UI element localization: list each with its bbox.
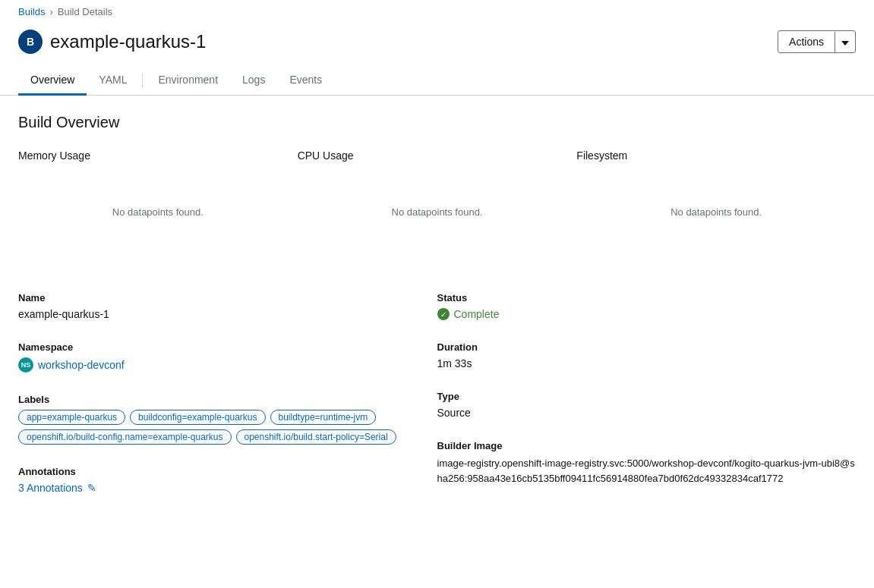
page-header: B example-quarkus-1 Actions	[0, 24, 874, 66]
cpu-no-data: No datapoints found.	[298, 174, 577, 250]
namespace-value[interactable]: workshop-devconf	[38, 359, 125, 371]
duration-section: Duration 1m 33s	[437, 341, 857, 369]
chevron-down-icon	[841, 41, 849, 46]
duration-value: 1m 33s	[437, 357, 857, 369]
main-content: Build Overview Memory Usage No datapoint…	[0, 96, 874, 533]
tab-logs[interactable]: Logs	[230, 66, 277, 96]
info-grid: Name example-quarkus-1 Namespace NS work…	[18, 292, 856, 515]
section-title: Build Overview	[18, 114, 856, 131]
namespace-icon: NS	[18, 357, 33, 373]
annotations-value: 3 Annotations	[18, 482, 83, 494]
info-col-left: Name example-quarkus-1 Namespace NS work…	[18, 292, 437, 515]
type-label: Type	[437, 391, 857, 402]
cpu-usage-panel: CPU Usage No datapoints found.	[298, 149, 577, 268]
namespace-badge: NS workshop-devconf	[18, 357, 125, 373]
status-check-icon: ✓	[437, 308, 450, 320]
filesystem-no-data: No datapoints found.	[576, 174, 856, 250]
status-section: Status ✓ Complete	[437, 292, 857, 320]
build-icon: B	[18, 30, 43, 54]
breadcrumb-builds-link[interactable]: Builds	[18, 6, 45, 17]
labels-list: app=example-quarkusbuildconfig=example-q…	[18, 410, 437, 445]
actions-main-button[interactable]: Actions	[778, 31, 835, 52]
metrics-grid: Memory Usage No datapoints found. CPU Us…	[18, 149, 856, 268]
annotations-label: Annotations	[18, 466, 437, 477]
memory-usage-title: Memory Usage	[18, 149, 298, 162]
edit-icon: ✎	[87, 482, 96, 494]
breadcrumb-current: Build Details	[58, 6, 112, 17]
label-tag[interactable]: buildconfig=example-quarkus	[130, 410, 265, 425]
builder-image-value: image-registry.openshift-image-registry.…	[437, 456, 857, 486]
namespace-label: Namespace	[18, 341, 437, 353]
namespace-section: Namespace NS workshop-devconf	[18, 341, 437, 373]
tab-overview[interactable]: Overview	[18, 66, 87, 96]
builder-image-section: Builder Image image-registry.openshift-i…	[437, 440, 857, 486]
name-value: example-quarkus-1	[18, 308, 437, 320]
breadcrumb: Builds › Build Details	[0, 0, 874, 24]
info-col-right: Status ✓ Complete Duration 1m 33s Type S…	[437, 292, 857, 515]
label-tag[interactable]: openshift.io/build.start-policy=Serial	[236, 429, 396, 445]
memory-usage-panel: Memory Usage No datapoints found.	[18, 149, 298, 268]
status-label: Status	[437, 292, 857, 303]
cpu-usage-title: CPU Usage	[298, 149, 577, 162]
breadcrumb-separator: ›	[49, 6, 52, 17]
label-tag[interactable]: app=example-quarkus	[18, 410, 125, 425]
memory-no-data: No datapoints found.	[18, 174, 298, 250]
filesystem-title: Filesystem	[576, 149, 856, 162]
tab-divider	[142, 73, 143, 88]
type-value: Source	[437, 407, 857, 419]
builder-image-label: Builder Image	[437, 440, 857, 451]
label-tag[interactable]: buildtype=runtime-jvm	[270, 410, 377, 425]
page-title: example-quarkus-1	[50, 31, 206, 52]
annotations-link[interactable]: 3 Annotations ✎	[18, 482, 437, 494]
page-header-left: B example-quarkus-1	[18, 30, 206, 54]
tab-events[interactable]: Events	[277, 66, 334, 96]
label-tag[interactable]: openshift.io/build-config.name=example-q…	[18, 429, 232, 445]
actions-button-group: Actions	[778, 30, 856, 53]
type-section: Type Source	[437, 391, 857, 419]
tab-environment[interactable]: Environment	[146, 66, 230, 96]
annotations-section: Annotations 3 Annotations ✎	[18, 466, 437, 494]
filesystem-panel: Filesystem No datapoints found.	[576, 149, 856, 268]
duration-label: Duration	[437, 341, 857, 353]
name-section: Name example-quarkus-1	[18, 292, 437, 320]
status-value: ✓ Complete	[437, 308, 857, 320]
tabs-bar: Overview YAML Environment Logs Events	[0, 66, 874, 96]
name-label: Name	[18, 292, 437, 303]
labels-label: Labels	[18, 394, 437, 405]
labels-section: Labels app=example-quarkusbuildconfig=ex…	[18, 394, 437, 445]
actions-dropdown-button[interactable]	[835, 32, 855, 52]
tab-yaml[interactable]: YAML	[87, 66, 139, 96]
